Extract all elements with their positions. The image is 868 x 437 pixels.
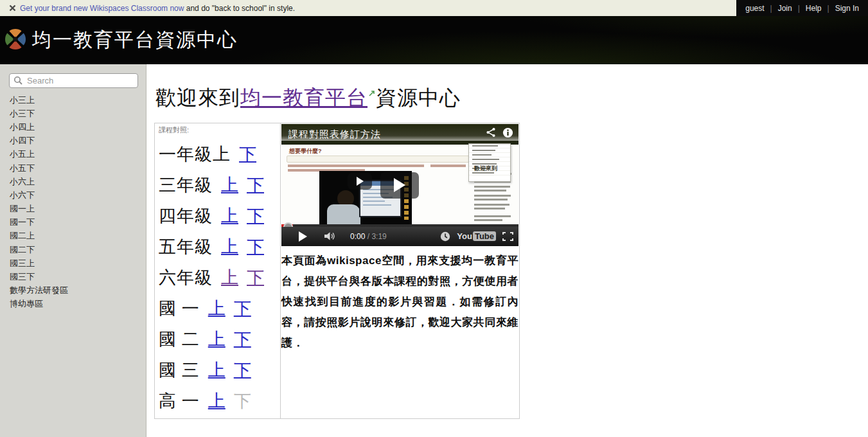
sidebar-item[interactable]: 國二下 (0, 243, 146, 256)
external-link-icon (368, 78, 375, 102)
course-link[interactable]: 上 (208, 359, 226, 382)
course-row: 四年級上下 (159, 201, 276, 231)
course-link[interactable]: 上 (221, 204, 238, 227)
fullscreen-icon[interactable] (502, 232, 513, 241)
course-link[interactable]: 下 (234, 328, 251, 351)
course-table: 課程對照: 一年級上下三年級上下四年級上下五年級上下六年級上下國 一上下國 二上… (154, 123, 520, 419)
course-link[interactable]: 上 (208, 389, 226, 413)
course-link[interactable]: 上 (208, 328, 226, 351)
pinwheel-logo-icon[interactable] (4, 28, 27, 53)
course-label: 三年級 (159, 174, 213, 197)
promo-link[interactable]: Get your brand new Wikispaces Classroom … (20, 4, 184, 13)
course-list-cell: 課程對照: 一年級上下三年級上下四年級上下五年級上下六年級上下國 一上下國 二上… (155, 123, 281, 418)
inset-play-button[interactable] (348, 173, 372, 190)
page-title: 歡迎來到均一教育平台資源中心 (155, 78, 868, 112)
course-link[interactable]: 下 (234, 359, 251, 382)
video-titlebar: 課程對照表修訂方法 (281, 124, 518, 145)
course-link[interactable]: 下 (234, 297, 251, 320)
course-label: 一年級上 (159, 143, 231, 166)
play-button[interactable] (299, 231, 307, 242)
course-label: 國 一 (159, 297, 200, 320)
sidebar-item[interactable]: 國三上 (0, 256, 146, 270)
video-cell: 想要學什麼? 歡迎來到 (281, 123, 519, 418)
promo-text: and do "back to school" in style. (184, 4, 295, 13)
course-label: 國 三 (159, 359, 200, 382)
sidebar-item[interactable]: 小五下 (0, 161, 146, 175)
heading-platform-link[interactable]: 均一教育平台 (240, 86, 368, 109)
course-label: 國 二 (159, 328, 200, 351)
account-nav-help[interactable]: Help (806, 4, 822, 13)
sidebar-item[interactable]: 數學方法研發區 (0, 284, 146, 298)
sidebar-item[interactable]: 小五上 (0, 148, 146, 161)
sidebar-item[interactable]: 小六下 (0, 188, 146, 202)
search-input[interactable] (9, 73, 138, 88)
course-link[interactable]: 上 (208, 297, 226, 320)
sidebar-item[interactable]: 國一上 (0, 202, 146, 216)
info-icon[interactable] (502, 127, 513, 138)
sidebar-item[interactable]: 小三下 (0, 107, 146, 120)
sidebar-item[interactable]: 小三上 (0, 93, 146, 107)
course-row: 國 一上下 (159, 293, 276, 324)
thumb-question-text: 想要學什麼? (289, 147, 322, 156)
course-row: 三年級上下 (159, 170, 276, 201)
youtube-player[interactable]: 想要學什麼? 歡迎來到 (281, 124, 518, 246)
course-link[interactable]: 上 (221, 235, 238, 258)
thumb-welcome-text: 歡迎來到 (474, 165, 497, 173)
thumb-dropdown-menu (468, 143, 511, 182)
site-title: 均一教育平台資源中心 (32, 27, 238, 53)
course-row: 高 一上下 (159, 386, 276, 416)
big-play-button[interactable] (380, 172, 419, 199)
sidebar-item[interactable]: 博幼專區 (0, 298, 146, 311)
time-display: 0:00 / 3:19 (350, 232, 387, 241)
sidebar-item[interactable]: 小四下 (0, 134, 146, 148)
sidebar: 小三上小三下小四上小四下小五上小五下小六上小六下國一上國一下國二上國二下國三上國… (0, 64, 146, 437)
course-row: 一年級上下 (159, 139, 276, 170)
site-header: 均一教育平台資源中心 (0, 16, 868, 64)
video-description: 本頁面為wikispace空間，用來支援均一教育平台，提供平台與各版本課程的對照… (281, 251, 518, 353)
sidebar-item[interactable]: 小四上 (0, 120, 146, 134)
sidebar-item[interactable]: 國三下 (0, 270, 146, 283)
course-link[interactable]: 下 (247, 174, 264, 197)
sidebar-item[interactable]: 國二上 (0, 229, 146, 243)
course-link[interactable]: 下 (247, 266, 264, 289)
course-link[interactable]: 上 (221, 266, 238, 289)
youtube-logo[interactable]: YouTube (457, 231, 496, 241)
account-nav-join[interactable]: Join (778, 4, 792, 13)
sidebar-nav: 小三上小三下小四上小四下小五上小五下小六上小六下國一上國一下國二上國二下國三上國… (0, 93, 146, 311)
account-nav: guest|Join|Help|Sign In (736, 0, 868, 16)
account-nav-sign-in[interactable]: Sign In (835, 4, 859, 13)
promo-banner: Get your brand new Wikispaces Classroom … (0, 0, 868, 16)
course-row: 國 三上下 (159, 355, 276, 386)
heading-suffix: 資源中心 (376, 86, 461, 109)
video-controls: 0:00 / 3:19 YouTube (281, 227, 518, 246)
course-row: 五年級上下 (159, 231, 276, 262)
course-link: 下 (234, 389, 251, 413)
heading-prefix: 歡迎來到 (155, 86, 240, 109)
volume-icon[interactable] (324, 231, 336, 241)
course-table-caption: 課程對照: (159, 125, 276, 135)
course-label: 六年級 (159, 266, 213, 289)
search-icon (13, 76, 23, 88)
main-panel: 歡迎來到均一教育平台資源中心 課程對照: 一年級上下三年級上下四年級上下五年級上… (146, 64, 868, 437)
sidebar-item[interactable]: 小六上 (0, 175, 146, 188)
close-icon[interactable] (9, 4, 16, 12)
course-row: 六年級上下 (159, 262, 276, 293)
share-icon[interactable] (486, 127, 496, 138)
course-link[interactable]: 上 (221, 174, 238, 197)
course-link[interactable]: 下 (247, 204, 264, 227)
course-link[interactable]: 下 (247, 235, 264, 258)
course-label: 四年級 (159, 204, 213, 227)
course-label: 五年級 (159, 235, 213, 258)
course-link[interactable]: 下 (239, 143, 256, 166)
course-label: 高 一 (159, 389, 200, 413)
account-nav-guest[interactable]: guest (745, 4, 764, 13)
sidebar-item[interactable]: 國一下 (0, 216, 146, 229)
video-title[interactable]: 課程對照表修訂方法 (288, 129, 381, 141)
watch-later-icon[interactable] (440, 231, 450, 242)
course-row: 國 二上下 (159, 324, 276, 355)
